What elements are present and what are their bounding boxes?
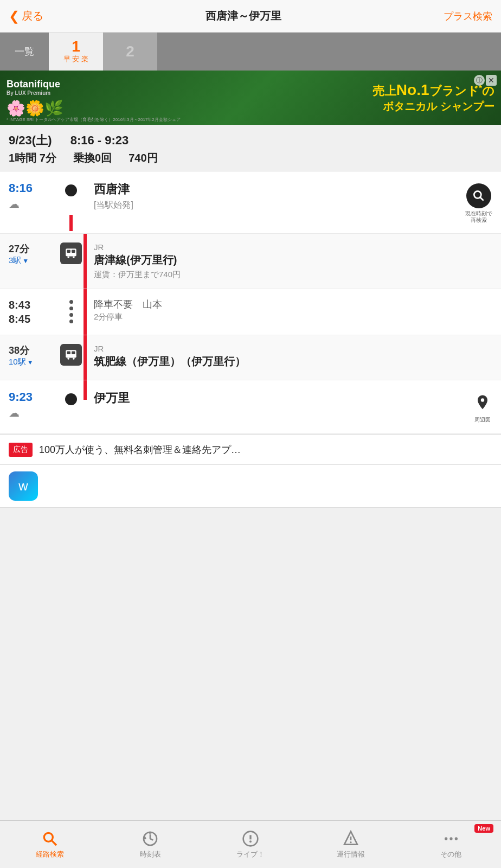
passing-station-name: 降車不要 山本 [94, 298, 492, 311]
new-badge: New [474, 824, 493, 833]
ad-footnote: * INTAGE SRI トータルヘアケア市場（育毛剤を除く）2016年3月～2… [7, 117, 181, 123]
svg-point-28 [449, 837, 452, 840]
back-label: 戻る [22, 9, 43, 23]
nav-route-search[interactable]: 経路検索 [0, 821, 100, 868]
segment1-icon-col [55, 242, 87, 264]
segment1-line: 唐津線(伊万里行) [94, 253, 492, 267]
ad-banner[interactable]: Botanifique By LUX Premium 🌸🌼🌿 売上No.1ブラン… [0, 71, 501, 125]
dot-4 [69, 320, 73, 323]
svg-point-29 [454, 837, 457, 840]
train-icon-2 [60, 344, 82, 366]
nav-more-label: その他 [440, 850, 461, 859]
map-pin-icon [473, 392, 492, 415]
passing-time-col: 8:43 8:45 [9, 298, 55, 326]
arrival-time: 9:23 [9, 390, 33, 404]
svg-point-24 [249, 840, 252, 843]
train-svg-icon [64, 246, 78, 260]
ad-text: 100万人が使う、無料名刺管理＆連絡先アプ… [39, 443, 492, 456]
ad-no1: 売上No.1ブランド*の [372, 81, 494, 99]
chevron-left-icon: ❮ [9, 9, 20, 24]
svg-rect-11 [66, 356, 76, 357]
nav-service-info[interactable]: 運行情報 [300, 821, 401, 868]
segment2-info: JR 筑肥線（伊万里）（伊万里行） [87, 344, 492, 371]
dot-1 [69, 300, 73, 304]
route-duration: 1時間 7分 [9, 152, 56, 164]
passing-info: 降車不要 山本 2分停車 [87, 298, 492, 322]
svg-point-15 [44, 833, 53, 841]
departure-time-col: 8:16 ☁ [9, 181, 55, 210]
segment2-icon-col [55, 344, 87, 366]
weather-icon-arrival: ☁ [9, 406, 20, 419]
expand-icon: ▼ [22, 257, 29, 265]
svg-rect-13 [73, 358, 74, 359]
route-time-range: 8:16 - 9:23 [70, 133, 129, 147]
ad-app-area[interactable]: w [0, 465, 501, 508]
svg-rect-12 [68, 358, 69, 359]
segment2-duration: 38分 [9, 344, 55, 357]
back-button[interactable]: ❮ 戻る [9, 9, 43, 24]
passing-time-2: 8:45 [9, 312, 55, 326]
ad-left-content: Botanifique By LUX Premium 🌸🌼🌿 [7, 79, 63, 117]
app-icon: w [9, 471, 38, 501]
svg-rect-7 [73, 256, 74, 258]
departure-timeline-col [55, 181, 87, 196]
weather-icon-departure: ☁ [9, 197, 20, 210]
header: ❮ 戻る 西唐津～伊万里 プラス検索 [0, 0, 501, 33]
dot-2 [69, 307, 73, 310]
departure-station-sub: [当駅始発] [94, 200, 465, 211]
svg-rect-3 [67, 250, 70, 253]
svg-rect-20 [149, 831, 152, 833]
route-date: 9/23(土) [9, 133, 52, 147]
departure-station-name: 西唐津 [94, 181, 465, 197]
passing-time-1: 8:43 [9, 298, 55, 312]
nav-search-icon [41, 830, 59, 847]
svg-line-1 [480, 197, 484, 201]
departure-time: 8:16 [9, 181, 33, 195]
segment1-operator: JR [94, 242, 492, 252]
nav-more-icon [442, 830, 460, 847]
segment2-line: 筑肥線（伊万里）（伊万里行） [94, 354, 492, 369]
svg-rect-10 [72, 352, 75, 354]
svg-point-14 [481, 398, 484, 401]
svg-rect-6 [68, 256, 69, 258]
map-button-label: 周辺図 [474, 416, 491, 424]
nav-train-info-icon [342, 830, 359, 847]
arrival-time-col: 9:23 ☁ [9, 390, 55, 419]
svg-line-19 [150, 839, 153, 840]
nav-route-search-label: 経路検索 [36, 850, 64, 859]
tab-1[interactable]: 1 早 安 楽 [49, 33, 103, 71]
ad-shampoo: ボタニカル シャンプー [372, 99, 494, 114]
tab-list-label: 一覧 [0, 33, 49, 71]
nav-timetable[interactable]: 時刻表 [100, 821, 201, 868]
route-time-line: 9/23(土) 8:16 - 9:23 [9, 132, 492, 149]
route-details: 1時間 7分 乗換0回 740円 [9, 151, 492, 165]
tab-2-number: 2 [126, 44, 134, 59]
resarch-button[interactable]: 現在時刻で再検索 [465, 181, 492, 224]
nav-timetable-label: 時刻表 [140, 850, 161, 859]
segment2-stations[interactable]: 10駅 ▼ [9, 357, 55, 367]
nav-more[interactable]: New その他 [401, 821, 501, 868]
arrival-timeline-col [55, 390, 87, 405]
ad-sub: By LUX Premium [7, 90, 63, 96]
segment1-info: JR 唐津線(伊万里行) 運賃：伊万里まで740円 [87, 242, 492, 280]
plus-search-button[interactable]: プラス検索 [444, 10, 492, 23]
arrival-station-name: 伊万里 [94, 390, 473, 406]
search-button-label: 現在時刻で再検索 [465, 210, 492, 224]
nav-live[interactable]: ライブ！ [201, 821, 301, 868]
tab-2[interactable]: 2 [103, 33, 157, 71]
segment1-duration: 27分 [9, 242, 55, 256]
dotted-line [69, 300, 73, 323]
page-title: 西唐津～伊万里 [205, 9, 281, 23]
svg-point-0 [474, 191, 481, 198]
segment1-stations[interactable]: 3駅 ▼ [9, 256, 55, 266]
svg-point-26 [350, 841, 351, 843]
arrival-circle [65, 393, 77, 405]
location-svg-icon [474, 394, 491, 413]
route-fare: 740円 [129, 152, 157, 164]
svg-rect-5 [66, 254, 76, 256]
map-button[interactable]: 周辺図 [473, 390, 492, 424]
ad-banner-2[interactable]: 広告 100万人が使う、無料名刺管理＆連絡先アプ… [0, 434, 501, 465]
bottom-nav: 経路検索 時刻表 ライブ！ [0, 820, 501, 868]
departure-station-row: 8:16 ☁ 西唐津 [当駅始発] 現在時刻で再検索 [0, 171, 501, 234]
departure-circle [65, 184, 77, 196]
